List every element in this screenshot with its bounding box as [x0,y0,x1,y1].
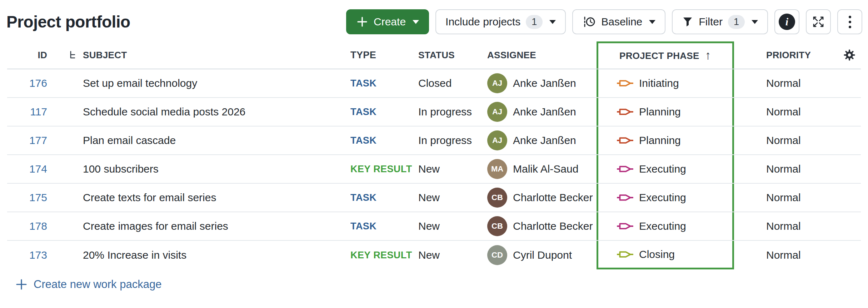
subject-cell[interactable]: Create texts for email series [47,184,345,212]
subject-cell[interactable]: Schedule social media posts 2026 [47,98,345,126]
project-phase-cell[interactable]: Executing [597,155,734,183]
project-phase-cell[interactable]: Executing [597,184,734,212]
type-cell[interactable]: TASK [345,98,413,126]
table-row[interactable]: 177 Plan email cascade TASK In progress … [7,126,861,155]
column-header-phase-label: PROJECT PHASE [619,50,699,61]
phase-label: Executing [639,220,686,232]
type-cell[interactable]: TASK [345,69,413,97]
info-button[interactable]: i [774,9,799,34]
assignee-name: Charlotte Becker [513,220,593,232]
priority-cell[interactable]: Normal [734,98,838,126]
type-cell[interactable]: TASK [345,212,413,240]
project-phase-cell[interactable]: Closing [597,241,734,269]
column-header-priority[interactable]: PRIORITY [734,41,838,69]
subject-cell[interactable]: 100 subscribers [47,155,345,183]
column-header-id[interactable]: ID [7,41,47,69]
subject-cell[interactable]: 20% Increase in visits [47,241,345,269]
work-package-id-link[interactable]: 177 [29,134,47,146]
column-header-project-phase[interactable]: PROJECT PHASE ↑ [597,41,734,69]
table-row[interactable]: 117 Schedule social media posts 2026 TAS… [7,98,861,126]
sort-ascending-icon: ↑ [705,48,711,62]
status-cell[interactable]: New [413,241,479,269]
table-row[interactable]: 175 Create texts for email series TASK N… [7,184,861,212]
type-label: KEY RESULT [350,250,412,261]
status-cell[interactable]: In progress [413,98,479,126]
assignee-name: Anke Janßen [513,77,576,89]
work-package-id-link[interactable]: 176 [29,77,47,89]
column-header-subject[interactable]: SUBJECT [47,41,345,69]
work-package-id-link[interactable]: 174 [29,163,47,175]
status-cell[interactable]: New [413,212,479,240]
table-row[interactable]: 178 Create images for email series TASK … [7,212,861,241]
more-options-button[interactable] [837,9,862,34]
hierarchy-icon[interactable] [68,50,78,60]
work-package-id-link[interactable]: 173 [29,249,47,261]
include-projects-button[interactable]: Include projects 1 [435,9,566,34]
avatar: AJ [487,130,507,150]
kebab-menu-icon [849,16,851,28]
subject-cell[interactable]: Create images for email series [47,212,345,240]
assignee-cell[interactable]: MA Malik Al-Saud [479,155,597,183]
table-row[interactable]: 174 100 subscribers KEY RESULT New MA Ma… [7,155,861,184]
plus-icon [356,16,368,28]
table-row[interactable]: 176 Set up email technology TASK Closed … [7,69,861,98]
status-cell[interactable]: New [413,155,479,183]
type-cell[interactable]: KEY RESULT [345,155,413,183]
status-cell[interactable]: In progress [413,126,479,154]
priority-cell[interactable]: Normal [734,126,838,154]
subject-text: Create images for email series [83,220,228,232]
type-cell[interactable]: KEY RESULT [345,241,413,269]
project-phase-cell[interactable]: Planning [597,126,734,154]
type-cell[interactable]: TASK [345,126,413,154]
type-label: TASK [350,106,376,118]
priority-cell[interactable]: Normal [734,184,838,212]
priority-label: Normal [766,220,801,232]
subject-text: 20% Increase in visits [83,249,186,261]
row-actions-cell [838,212,861,240]
assignee-cell[interactable]: AJ Anke Janßen [479,69,597,97]
project-phase-cell[interactable]: Initiating [597,69,734,97]
assignee-cell[interactable]: AJ Anke Janßen [479,98,597,126]
chevron-down-icon [549,20,556,24]
column-header-assignee[interactable]: ASSIGNEE [479,41,597,69]
create-button[interactable]: Create [346,9,429,34]
status-cell[interactable]: New [413,184,479,212]
column-header-settings[interactable] [838,41,861,69]
assignee-cell[interactable]: CD Cyril Dupont [479,241,597,269]
fullscreen-icon [812,15,825,29]
priority-cell[interactable]: Normal [734,69,838,97]
subject-cell[interactable]: Set up email technology [47,69,345,97]
assignee-cell[interactable]: CB Charlotte Becker [479,184,597,212]
status-label: New [418,249,440,261]
priority-cell[interactable]: Normal [734,155,838,183]
phase-gate-icon [617,221,633,231]
assignee-cell[interactable]: AJ Anke Janßen [479,126,597,154]
subject-cell[interactable]: Plan email cascade [47,126,345,154]
table-header-row: ID SUBJECT TYPE STATUS ASSIGNEE PROJECT … [7,41,861,69]
assignee-cell[interactable]: CB Charlotte Becker [479,212,597,240]
column-header-type[interactable]: TYPE [345,41,413,69]
row-actions-cell [838,184,861,212]
project-phase-cell[interactable]: Executing [597,212,734,240]
create-new-work-package-link[interactable]: Create new work package [7,269,161,291]
fullscreen-button[interactable] [806,9,831,34]
project-phase-cell[interactable]: Planning [597,98,734,126]
priority-cell[interactable]: Normal [734,212,838,240]
phase-label: Executing [639,192,686,204]
status-cell[interactable]: Closed [413,69,479,97]
priority-cell[interactable]: Normal [734,241,838,269]
gear-icon [843,49,855,61]
avatar: CD [487,245,507,265]
work-package-id-link[interactable]: 117 [30,106,47,118]
work-package-id-link[interactable]: 178 [29,220,47,232]
assignee-name: Charlotte Becker [513,192,593,204]
filter-button[interactable]: Filter 1 [672,9,768,34]
baseline-button[interactable]: Baseline [572,9,665,34]
column-header-status[interactable]: STATUS [413,41,479,69]
phase-label: Planning [639,134,681,146]
type-cell[interactable]: TASK [345,184,413,212]
work-package-id-link[interactable]: 175 [29,192,47,204]
row-actions-cell [838,126,861,154]
table-row[interactable]: 173 20% Increase in visits KEY RESULT Ne… [7,241,861,269]
avatar: AJ [487,102,507,122]
